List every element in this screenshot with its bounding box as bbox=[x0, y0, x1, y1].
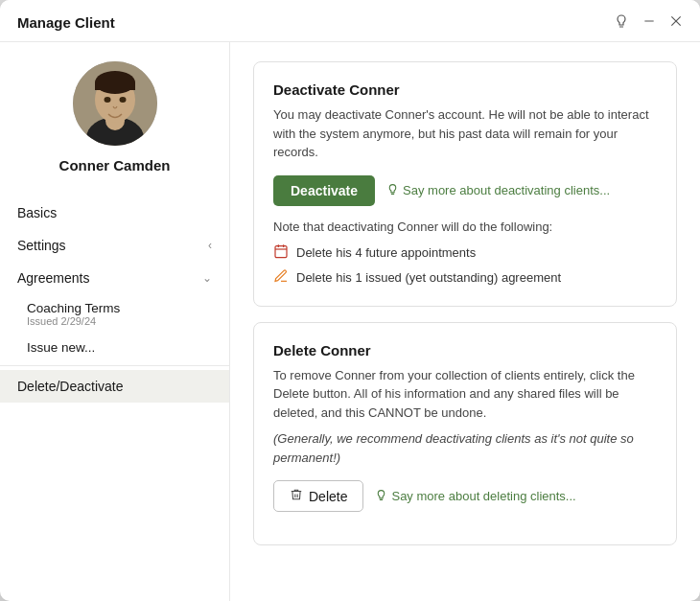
delete-button[interactable]: Delete bbox=[273, 480, 363, 512]
delete-learn-link[interactable]: Say more about deleting clients... bbox=[375, 489, 575, 504]
pencil-icon bbox=[273, 268, 289, 287]
bulb-icon-2 bbox=[375, 489, 387, 504]
sidebar-item-settings[interactable]: Settings ‹ bbox=[0, 229, 229, 262]
window-title: Manage Client bbox=[17, 14, 115, 31]
deactivate-learn-text: Say more about deactivating clients... bbox=[403, 183, 610, 197]
sidebar-agreements-label: Agreements bbox=[17, 270, 89, 286]
title-bar-actions bbox=[614, 13, 683, 32]
delete-section: Delete Conner To remove Conner from your… bbox=[253, 322, 677, 546]
sidebar-subitem-coaching-terms[interactable]: Coaching Terms Issued 2/29/24 bbox=[0, 294, 229, 334]
main-content: Deactivate Conner You may deactivate Con… bbox=[230, 42, 700, 601]
bulb-icon bbox=[386, 183, 399, 198]
title-bar: Manage Client bbox=[0, 0, 700, 42]
sidebar-settings-label: Settings bbox=[17, 238, 66, 253]
svg-point-10 bbox=[119, 97, 126, 103]
sidebar-basics-label: Basics bbox=[17, 205, 57, 220]
delete-deactivate-label: Delete/Deactivate bbox=[17, 379, 124, 394]
delete-title: Delete Conner bbox=[273, 342, 657, 358]
minimize-icon[interactable] bbox=[642, 14, 656, 31]
coaching-terms-label: Coaching Terms bbox=[27, 301, 212, 315]
calendar-icon bbox=[273, 243, 289, 262]
deactivate-title: Deactivate Conner bbox=[273, 81, 657, 98]
svg-point-9 bbox=[104, 97, 110, 103]
effect-list: Delete his 4 future appointments Delete … bbox=[273, 243, 657, 287]
delete-btn-row: Delete Say more about deleting clients..… bbox=[273, 480, 657, 512]
nav-section: Basics Settings ‹ Agreements ⌄ Coaching … bbox=[0, 189, 229, 410]
close-icon[interactable] bbox=[669, 14, 683, 31]
effect-appointments: Delete his 4 future appointments bbox=[273, 243, 657, 262]
effect-appointments-text: Delete his 4 future appointments bbox=[296, 245, 476, 260]
delete-learn-text: Say more about deleting clients... bbox=[391, 489, 575, 503]
deactivate-note: Note that deactivating Conner will do th… bbox=[273, 220, 657, 234]
deactivate-learn-link[interactable]: Say more about deactivating clients... bbox=[386, 183, 610, 198]
sidebar-item-delete-deactivate[interactable]: Delete/Deactivate bbox=[0, 370, 229, 403]
manage-client-window: Manage Client bbox=[0, 0, 700, 601]
svg-rect-11 bbox=[275, 245, 287, 257]
sidebar-subitem-issue-new[interactable]: Issue new... bbox=[0, 334, 229, 361]
deactivate-section: Deactivate Conner You may deactivate Con… bbox=[253, 61, 677, 307]
deactivate-btn-row: Deactivate Say more about deactivating c… bbox=[273, 175, 657, 206]
chevron-down-icon: ⌄ bbox=[202, 271, 212, 285]
sidebar-item-agreements[interactable]: Agreements ⌄ bbox=[0, 262, 229, 294]
delete-description: To remove Conner from your collection of… bbox=[273, 366, 657, 423]
nav-divider bbox=[0, 365, 229, 366]
deactivate-description: You may deactivate Conner's account. He … bbox=[273, 105, 657, 162]
sidebar: Conner Camden Basics Settings ‹ Agreemen… bbox=[0, 42, 230, 601]
effect-agreement-text: Delete his 1 issued (yet outstanding) ag… bbox=[296, 270, 561, 285]
sidebar-item-basics[interactable]: Basics bbox=[0, 196, 229, 229]
delete-button-label: Delete bbox=[309, 489, 347, 504]
trash-icon bbox=[290, 488, 303, 504]
avatar-area: Conner Camden bbox=[0, 61, 229, 173]
coaching-terms-meta: Issued 2/29/24 bbox=[27, 315, 212, 327]
avatar bbox=[73, 61, 157, 146]
client-name: Conner Camden bbox=[59, 157, 171, 173]
lightbulb-icon[interactable] bbox=[614, 13, 629, 32]
delete-note: (Generally, we recommend deactivating cl… bbox=[273, 429, 657, 467]
deactivate-button[interactable]: Deactivate bbox=[273, 175, 375, 206]
svg-rect-8 bbox=[95, 82, 135, 90]
issue-new-label: Issue new... bbox=[27, 340, 212, 355]
effect-agreement: Delete his 1 issued (yet outstanding) ag… bbox=[273, 268, 657, 287]
chevron-left-icon: ‹ bbox=[208, 239, 212, 252]
content-area: Conner Camden Basics Settings ‹ Agreemen… bbox=[0, 42, 700, 601]
